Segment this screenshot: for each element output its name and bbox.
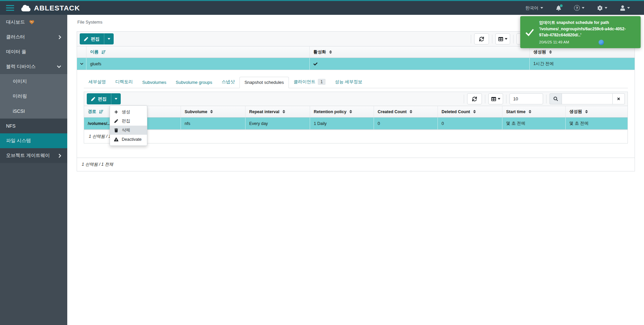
language-label: 한국어 — [525, 5, 538, 11]
refresh-button[interactable] — [467, 93, 482, 104]
help-menu[interactable]: ? — [574, 5, 584, 11]
toast-notification[interactable]: 업데이트 snapshot schedule for path '/volume… — [520, 16, 641, 48]
menu-item-delete[interactable]: 삭제 — [110, 126, 147, 135]
trash-icon — [114, 128, 118, 132]
tab-label: 클라이언트 — [294, 79, 315, 84]
cell-repeat-interval: Every day — [245, 118, 310, 129]
column-header-repeat-interval[interactable]: Repeat interval — [245, 106, 310, 117]
table-row-gluefs[interactable]: gluefs 1시간 전에 — [77, 58, 635, 70]
column-label: 생성됨 — [533, 49, 546, 55]
user-menu[interactable] — [620, 5, 630, 11]
help-icon: ? — [574, 5, 580, 11]
sidebar-item-label: 데이터 풀 — [6, 49, 26, 55]
chevron-down-icon — [498, 98, 500, 100]
search-input[interactable] — [562, 93, 613, 104]
tab-details[interactable]: 세부설명 — [84, 76, 111, 88]
sidebar-item-dashboard[interactable]: 대시보드 — [0, 15, 67, 30]
column-header-subvolume[interactable]: Subvolume — [181, 106, 245, 117]
divider — [485, 95, 485, 103]
column-header-retention-policy[interactable]: Retention policy — [310, 106, 374, 117]
edit-dropdown-toggle[interactable] — [104, 33, 114, 44]
plus-icon — [114, 110, 118, 114]
clear-icon[interactable] — [613, 93, 625, 104]
notifications-button[interactable] — [556, 5, 561, 11]
tab-snapshot-schedules[interactable]: Snapshot schedules — [239, 77, 289, 88]
sidebar-item-iscsi[interactable]: iSCSI — [0, 104, 67, 119]
menu-item-deactivate[interactable]: Deactivate — [110, 135, 147, 144]
settings-menu[interactable] — [597, 5, 607, 11]
sort-desc-icon — [99, 110, 103, 114]
chevron-right-icon — [59, 35, 61, 39]
sidebar-item-label: iSCSI — [13, 108, 25, 114]
column-header-name[interactable]: 이름 — [86, 46, 310, 58]
menu-item-edit[interactable]: 편집 — [110, 117, 147, 126]
column-header-created[interactable]: 생성됨 — [566, 106, 628, 117]
chevron-down-icon — [80, 63, 83, 65]
sidebar-item-filesystems[interactable]: 파일 시스템 — [0, 133, 67, 148]
refresh-button[interactable] — [474, 33, 489, 44]
edit-split-button[interactable]: 편집 — [80, 33, 114, 44]
divider — [546, 95, 546, 103]
pencil-icon — [84, 37, 88, 41]
tab-directories[interactable]: 디렉토리 — [111, 76, 138, 88]
notification-dot — [560, 4, 563, 7]
row-expander[interactable] — [77, 58, 86, 70]
toast-message: 업데이트 snapshot schedule for path '/volume… — [539, 20, 636, 38]
breadcrumb: File Systems — [77, 20, 102, 25]
tab-label: Snapshot schedules — [244, 80, 284, 85]
edit-dropdown-toggle[interactable] — [111, 93, 121, 104]
sidebar-item-pools[interactable]: 데이터 풀 — [0, 44, 67, 59]
column-label: Repeat interval — [249, 109, 279, 114]
column-header-start-time[interactable]: Start time — [502, 106, 566, 117]
sidebar-item-object-gateway[interactable]: 오브젝트 게이트웨이 — [0, 148, 67, 163]
column-toggle-button[interactable] — [495, 33, 510, 44]
tab-subvolumes[interactable]: Subvolumes — [138, 77, 171, 88]
expander-header — [77, 46, 86, 58]
sort-icon — [282, 109, 285, 114]
column-header-created-count[interactable]: Created Count — [374, 106, 438, 117]
divider — [513, 35, 514, 43]
divider — [471, 35, 471, 43]
sidebar-item-label: 파일 시스템 — [6, 138, 31, 144]
column-toggle-button[interactable] — [488, 93, 503, 104]
sidebar-item-cluster[interactable]: 클러스터 — [0, 30, 67, 44]
tab-snapshots[interactable]: 스냅샷 — [217, 76, 239, 88]
column-label: 활성화 — [313, 49, 326, 55]
sidebar-item-label: NFS — [6, 123, 15, 129]
chevron-down-icon — [605, 7, 607, 9]
page-size-input[interactable] — [509, 93, 543, 104]
refresh-icon — [472, 97, 477, 101]
tab-label: 성능 세부정보 — [335, 79, 363, 84]
warning-icon — [114, 137, 118, 141]
tab-subvolume-groups[interactable]: Subvolume groups — [171, 77, 217, 88]
hamburger-icon[interactable] — [6, 4, 14, 12]
table-columns-icon — [491, 97, 496, 101]
filesystems-table-header: 이름 활성화 생성됨 — [77, 46, 635, 58]
edit-split-button[interactable]: 편집 — [87, 93, 121, 104]
chevron-down-icon — [540, 7, 543, 9]
tab-performance-details[interactable]: 성능 세부정보 — [330, 76, 367, 88]
menu-item-create[interactable]: 생성 — [110, 107, 147, 117]
chevron-down-icon — [582, 7, 584, 9]
tab-clients[interactable]: 클라이언트1 — [289, 76, 330, 88]
column-header-enabled[interactable]: 활성화 — [310, 46, 530, 58]
cell-created-count: 0 — [374, 118, 438, 129]
filesystem-detail: 세부설명 디렉토리 Subvolumes Subvolume groups 스냅… — [77, 70, 635, 158]
language-selector[interactable]: 한국어 — [525, 5, 543, 11]
column-header-deleted-count[interactable]: Deleted Count — [438, 106, 502, 117]
column-header-created[interactable]: 생성됨 — [530, 46, 635, 58]
detail-tabs: 세부설명 디렉토리 Subvolumes Subvolume groups 스냅… — [84, 76, 628, 88]
divider — [464, 95, 464, 103]
sidebar-item-images[interactable]: 이미지 — [0, 74, 67, 89]
edit-actions-menu: 생성 편집 삭제 — [110, 105, 147, 146]
clients-count-badge: 1 — [318, 79, 326, 85]
sidebar-item-block-devices[interactable]: 블럭 디바이스 — [0, 59, 67, 74]
tab-label: Subvolumes — [142, 80, 166, 85]
schedules-toolbar: 편집 — [84, 92, 628, 106]
sidebar-item-mirroring[interactable]: 미러링 — [0, 89, 67, 104]
sidebar-item-nfs[interactable]: NFS — [0, 119, 67, 133]
filesystems-selection-summary: 1 선택됨 / 1 전체 — [77, 158, 635, 171]
health-icon — [29, 20, 34, 25]
column-label: Retention policy — [314, 109, 346, 114]
table-row-schedule[interactable]: /volumes/... nfs Every day 1 Daily 0 0 몇… — [84, 118, 628, 130]
